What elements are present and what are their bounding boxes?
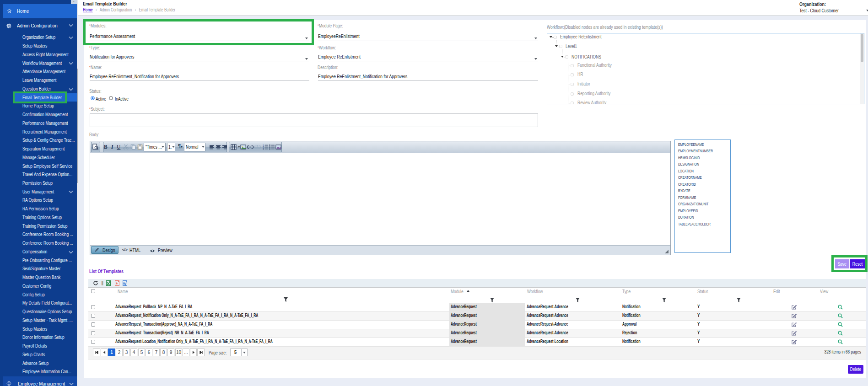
svg-text:3: 3: [263, 148, 264, 150]
